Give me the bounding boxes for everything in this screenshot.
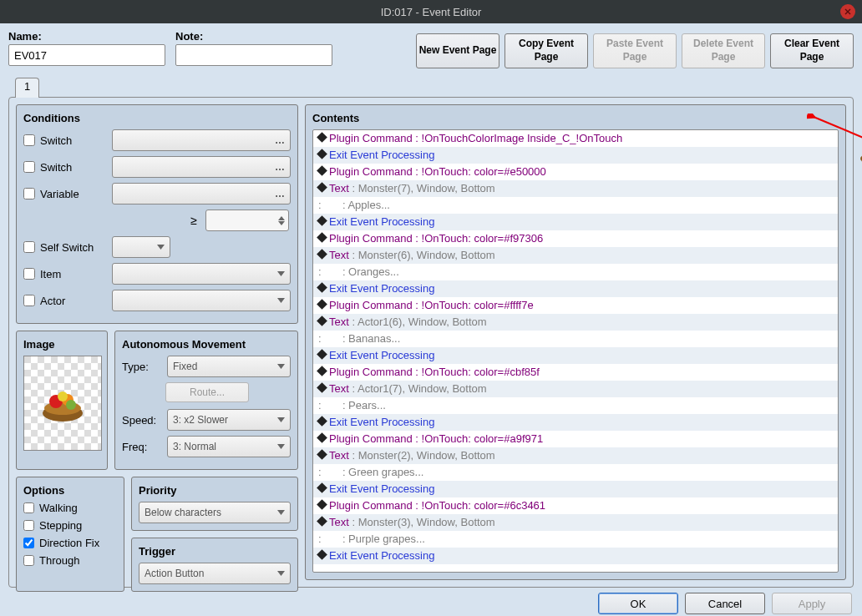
ellipsis-icon: …	[275, 161, 285, 173]
contents-line[interactable]: Text : Monster(3), Window, Bottom	[313, 514, 838, 531]
contents-line[interactable]: Exit Event Processing	[313, 347, 838, 364]
chevron-down-icon	[277, 295, 285, 306]
chevron-down-icon	[277, 507, 285, 518]
svg-point-5	[66, 400, 76, 410]
note-label: Note:	[175, 30, 332, 43]
self-switch-label: Self Switch	[40, 241, 107, 254]
contents-line[interactable]: Text : Actor1(6), Window, Bottom	[313, 314, 838, 331]
chevron-down-icon	[278, 221, 285, 225]
contents-line[interactable]: Exit Event Processing	[313, 414, 838, 431]
copy-event-page-button[interactable]: Copy Event Page	[505, 33, 588, 68]
priority-title: Priority	[139, 484, 291, 497]
main-frame: Conditions Switch … Switch … Variable … …	[8, 97, 854, 588]
contents-line[interactable]: Plugin Command : !OnTouch: color=#cbf85f	[313, 364, 838, 381]
priority-dropdown[interactable]: Below characters	[139, 502, 291, 523]
options-title: Options	[23, 484, 117, 497]
actor-checkbox[interactable]	[23, 295, 35, 306]
new-event-page-button[interactable]: New Event Page	[416, 33, 499, 68]
direction-fix-checkbox[interactable]	[23, 538, 34, 548]
chevron-down-icon	[277, 361, 285, 372]
stepping-checkbox[interactable]	[23, 520, 34, 531]
contents-line[interactable]: Plugin Command : !OnTouch: color=#a9f971	[313, 431, 838, 447]
left-column: Conditions Switch … Switch … Variable … …	[16, 104, 298, 580]
switch1-label: Switch	[40, 134, 107, 147]
contents-line[interactable]: : : Oranges...	[313, 264, 838, 280]
contents-line[interactable]: Exit Event Processing	[313, 280, 838, 297]
delete-event-page-button: Delete Event Page	[682, 33, 765, 68]
image-panel: Image	[16, 331, 108, 470]
contents-line[interactable]: Text : Monster(2), Window, Bottom	[313, 447, 838, 464]
contents-line[interactable]: : : Bananas...	[313, 331, 838, 347]
through-label: Through	[39, 554, 79, 567]
contents-line[interactable]: Exit Event Processing	[313, 481, 838, 497]
switch1-checkbox[interactable]	[23, 134, 35, 146]
variable-value-spinner[interactable]	[205, 210, 289, 231]
contents-line[interactable]: Plugin Command : !OnTouch: color=#f97306	[313, 230, 838, 247]
actor-dropdown[interactable]	[112, 290, 291, 311]
ok-button[interactable]: OK	[598, 593, 678, 614]
contents-line[interactable]: Exit Event Processing	[313, 147, 838, 164]
self-switch-checkbox[interactable]	[23, 241, 35, 253]
item-dropdown[interactable]	[112, 263, 291, 285]
cancel-button[interactable]: Cancel	[685, 593, 765, 614]
freq-label: Freq:	[122, 441, 162, 453]
paste-event-page-button: Paste Event Page	[593, 33, 677, 68]
contents-line[interactable]: Text : Monster(7), Window, Bottom	[313, 180, 838, 197]
walking-label: Walking	[39, 502, 78, 514]
annotation-fruit-icon	[859, 135, 862, 165]
contents-list[interactable]: Plugin Command : !OnTouchColorImage Insi…	[312, 129, 839, 573]
contents-line[interactable]: : : Apples...	[313, 197, 838, 214]
contents-line[interactable]: Text : Actor1(7), Window, Bottom	[313, 381, 838, 397]
autonomous-title: Autonomous Movement	[122, 338, 291, 351]
ellipsis-icon: …	[275, 188, 285, 199]
image-preview[interactable]	[23, 356, 102, 451]
svg-point-4	[58, 391, 68, 401]
trigger-dropdown[interactable]: Action Button	[139, 563, 291, 584]
direction-fix-label: Direction Fix	[39, 537, 99, 549]
contents-line[interactable]: Plugin Command : !OnTouch: color=#6c3461	[313, 497, 838, 514]
variable-checkbox[interactable]	[23, 188, 35, 199]
switch2-checkbox[interactable]	[23, 161, 35, 173]
contents-line[interactable]: : : Pears...	[313, 397, 838, 414]
page-buttons: New Event Page Copy Event Page Paste Eve…	[416, 33, 854, 68]
contents-line[interactable]: Text : Monster(6), Window, Bottom	[313, 247, 838, 264]
walking-checkbox[interactable]	[23, 502, 34, 513]
chevron-down-icon	[157, 241, 165, 253]
speed-label: Speed:	[122, 414, 162, 427]
contents-line[interactable]: : : Green grapes...	[313, 464, 838, 481]
contents-line[interactable]: Exit Event Processing	[313, 214, 838, 230]
clear-event-page-button[interactable]: Clear Event Page	[770, 33, 854, 68]
stepping-label: Stepping	[39, 519, 82, 532]
ge-label: ≥	[190, 214, 197, 227]
tab-1[interactable]: 1	[15, 78, 39, 98]
contents-line[interactable]: Plugin Command : !OnTouchColorImage Insi…	[313, 130, 838, 147]
contents-line[interactable]: Plugin Command : !OnTouch: color=#e50000	[313, 164, 838, 180]
name-field-group: Name:	[8, 30, 165, 68]
close-icon[interactable]	[840, 4, 855, 19]
item-checkbox[interactable]	[23, 268, 35, 280]
type-dropdown[interactable]: Fixed	[167, 356, 291, 377]
note-input[interactable]	[175, 44, 332, 66]
freq-dropdown[interactable]: 3: Normal	[167, 436, 291, 457]
speed-dropdown[interactable]: 3: x2 Slower	[167, 409, 291, 431]
through-checkbox[interactable]	[23, 555, 34, 566]
apply-button: Apply	[772, 593, 852, 614]
self-switch-dropdown[interactable]	[112, 236, 170, 258]
variable-dropdown[interactable]: …	[112, 183, 291, 204]
trigger-title: Trigger	[139, 545, 291, 558]
route-button: Route...	[165, 382, 249, 402]
switch2-dropdown[interactable]: …	[112, 156, 291, 178]
variable-label: Variable	[40, 188, 107, 200]
contents-line[interactable]: Plugin Command : !OnTouch: color=#ffff7e	[313, 297, 838, 314]
type-label: Type:	[122, 361, 162, 373]
options-panel: Options Walking Stepping Direction Fix T…	[16, 477, 124, 592]
contents-line[interactable]: Exit Event Processing	[313, 548, 838, 564]
contents-line[interactable]: : : Purple grapes...	[313, 531, 838, 548]
titlebar: ID:017 - Event Editor	[0, 0, 862, 23]
contents-panel: Contents Plugin Command : !OnTouchColorI…	[305, 104, 846, 580]
switch1-dropdown[interactable]: …	[112, 129, 291, 151]
ellipsis-icon: …	[275, 134, 285, 146]
note-field-group: Note:	[175, 30, 332, 68]
trigger-panel: Trigger Action Button	[131, 538, 298, 592]
name-input[interactable]	[8, 44, 165, 66]
